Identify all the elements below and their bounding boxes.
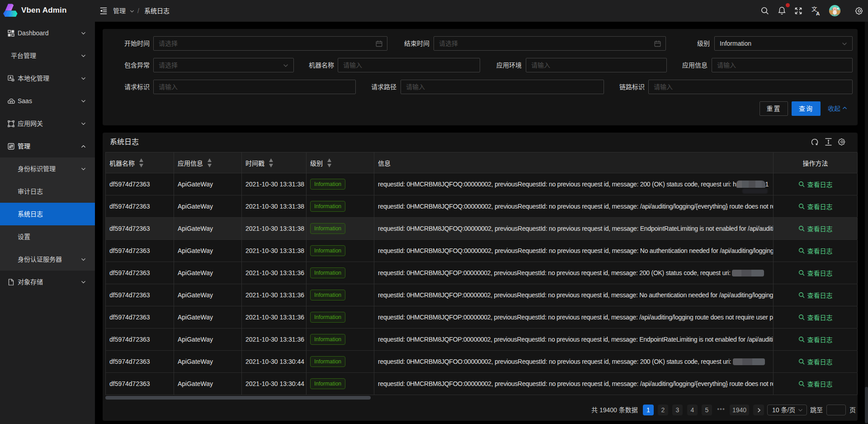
svg-text:A: A	[816, 11, 820, 16]
